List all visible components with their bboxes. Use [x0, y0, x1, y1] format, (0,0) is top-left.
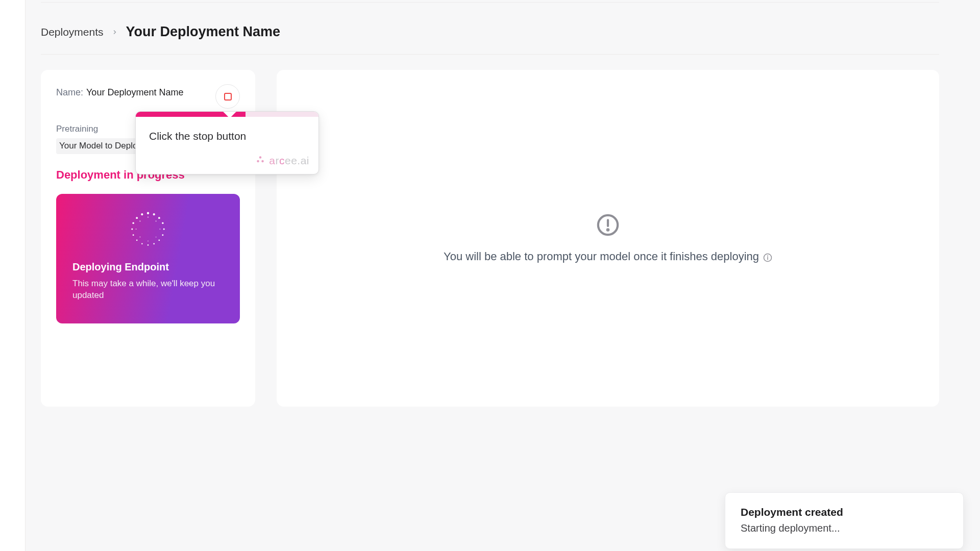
- svg-point-16: [148, 216, 149, 217]
- stop-icon: [224, 93, 232, 101]
- deployment-name-row: Name: Your Deployment Name: [56, 84, 183, 98]
- svg-point-23: [139, 220, 140, 221]
- prompt-panel: You will be able to prompt your model on…: [277, 70, 939, 407]
- toast-title: Deployment created: [741, 506, 948, 518]
- brand-text: arcee.ai: [269, 155, 309, 167]
- svg-point-20: [148, 240, 149, 241]
- svg-point-31: [257, 160, 260, 163]
- svg-point-14: [136, 217, 138, 219]
- svg-point-19: [156, 237, 157, 238]
- svg-point-30: [259, 156, 262, 159]
- svg-point-6: [158, 239, 160, 241]
- info-icon[interactable]: [763, 252, 772, 261]
- svg-point-22: [136, 229, 137, 230]
- svg-point-29: [768, 256, 768, 256]
- svg-point-1: [153, 213, 155, 215]
- toast-body: Starting deployment...: [741, 522, 948, 534]
- svg-point-17: [156, 220, 157, 221]
- svg-point-21: [139, 237, 140, 238]
- svg-point-32: [262, 160, 264, 163]
- tour-popover-text: Click the stop button: [149, 130, 305, 142]
- svg-point-18: [159, 229, 160, 230]
- svg-point-5: [162, 234, 163, 236]
- svg-point-13: [132, 222, 134, 224]
- left-sidebar-edge: [0, 0, 26, 551]
- page-title: Your Deployment Name: [126, 24, 281, 40]
- deploy-card-subtitle: This may take a while, we'll keep you up…: [72, 278, 224, 302]
- svg-point-9: [141, 243, 142, 244]
- svg-point-0: [147, 212, 149, 214]
- deploying-card: Deploying Endpoint This may take a while…: [56, 194, 240, 323]
- toast-deployment-created[interactable]: Deployment created Starting deployment..…: [725, 492, 964, 549]
- breadcrumb-root[interactable]: Deployments: [41, 26, 104, 38]
- spinner-icon: [128, 209, 168, 249]
- chevron-right-icon: [112, 28, 118, 37]
- tour-popover: Click the stop button arcee.ai: [135, 111, 319, 174]
- tour-popover-brand: arcee.ai: [136, 145, 318, 174]
- name-value: Your Deployment Name: [86, 87, 183, 98]
- svg-point-10: [136, 240, 138, 241]
- svg-point-3: [162, 222, 163, 224]
- svg-point-15: [141, 213, 143, 215]
- alert-circle-icon: [596, 213, 620, 237]
- brand-logo-icon: [256, 155, 265, 167]
- svg-point-8: [148, 244, 149, 245]
- stop-button[interactable]: [215, 84, 240, 109]
- svg-point-12: [131, 228, 133, 230]
- breadcrumb: Deployments Your Deployment Name: [41, 3, 939, 55]
- svg-point-26: [607, 229, 608, 230]
- name-label: Name:: [56, 87, 83, 98]
- deploy-card-title: Deploying Endpoint: [72, 261, 224, 273]
- svg-point-7: [153, 243, 155, 245]
- svg-point-11: [133, 234, 134, 236]
- prompt-panel-message-row: You will be able to prompt your model on…: [444, 250, 772, 263]
- svg-point-2: [158, 217, 160, 219]
- svg-point-4: [163, 228, 165, 230]
- prompt-panel-message: You will be able to prompt your model on…: [444, 250, 759, 263]
- model-chip[interactable]: Your Model to Deploy: [56, 138, 146, 154]
